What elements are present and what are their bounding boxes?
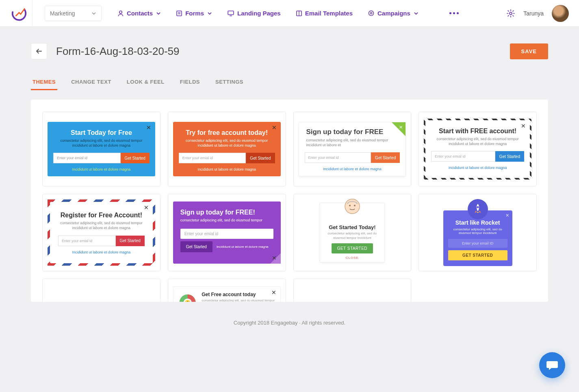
preview-button: GET STARTED xyxy=(448,250,507,260)
tab-settings[interactable]: SETTINGS xyxy=(214,75,245,90)
preview-button: GET STARTED xyxy=(332,243,373,253)
footer-text: Copyright 2018 Engagebay · All rights re… xyxy=(0,310,579,338)
preview-input: Enter your emial id xyxy=(53,153,121,163)
preview-button: Get Started xyxy=(121,153,150,163)
svg-rect-2 xyxy=(177,11,182,16)
theme-card[interactable]: ✕ Register for Free Account! consectetur… xyxy=(42,194,160,271)
campaigns-icon xyxy=(368,10,374,16)
preview-input: Enter your emial id xyxy=(58,236,116,246)
preview-heading: Sign up today for FREE! xyxy=(173,201,281,216)
page-title: Form-16-Aug-18-03-20-59 xyxy=(56,45,510,58)
preview-button: Get Started xyxy=(495,151,524,162)
preview-footer: Incididunt ut labore et dolore magna xyxy=(299,165,406,176)
person-icon xyxy=(344,198,360,214)
workspace-selected-label: Marketing xyxy=(50,10,75,17)
theme-card-empty[interactable] xyxy=(293,279,412,302)
close-icon: ✕ xyxy=(271,289,276,296)
nav-landing-pages[interactable]: Landing Pages xyxy=(228,10,281,17)
nav-label: Campaigns xyxy=(377,10,410,17)
nav-campaigns[interactable]: Campaigns xyxy=(368,10,419,17)
nav-label: Forms xyxy=(185,10,204,17)
nav-contacts[interactable]: Contacts xyxy=(118,10,161,17)
nav-email-templates[interactable]: Email Templates xyxy=(296,10,353,17)
preview-sidetext: Incididunt ut labore et dolore magna xyxy=(217,245,269,249)
svg-rect-5 xyxy=(228,11,234,15)
top-bar: Marketing Contacts Forms Landing Pages E… xyxy=(0,0,579,27)
preview-subtext: consectetur adipiscing elit, sed do eius… xyxy=(173,216,281,226)
svg-point-1 xyxy=(119,11,122,13)
preview-subtext: consectetur adipiscing elit, sed do eius… xyxy=(173,136,281,151)
user-name[interactable]: Tarunya xyxy=(523,10,544,17)
preview-input: Enter your emial id xyxy=(305,152,371,163)
theme-card[interactable]: Get Started Today! consectetur adipiscin… xyxy=(293,194,412,271)
preview-button: Get Started xyxy=(246,153,275,163)
theme-card[interactable]: Sign up today for FREE! consectetur adip… xyxy=(168,194,286,271)
nav-label: Landing Pages xyxy=(237,10,281,17)
preview-footer: Incididunt ut labore et dolore magna xyxy=(425,163,530,175)
layout-icon xyxy=(296,11,302,16)
close-icon: ✕ xyxy=(505,213,509,218)
theme-preview: ✕ Start with FREE account! consectetur a… xyxy=(425,120,530,178)
chevron-down-icon xyxy=(156,11,161,16)
theme-card[interactable]: ✕ Start like Rocket consectetur adipisci… xyxy=(419,194,537,271)
workspace-selector[interactable]: Marketing xyxy=(45,6,102,21)
chevron-down-icon xyxy=(91,11,96,16)
close-icon: ✕ xyxy=(272,124,277,131)
gear-icon[interactable] xyxy=(506,9,515,18)
theme-card[interactable]: ✕ Start with FREE account! consectetur a… xyxy=(419,112,537,186)
svg-point-15 xyxy=(477,206,479,208)
preview-footer: Incididunt ut labore et dolore magna xyxy=(48,165,155,176)
forms-icon xyxy=(176,11,182,16)
svg-text:$: $ xyxy=(186,301,189,302)
preview-subtext: consectetur adipiscing elit, sed do eius… xyxy=(299,136,406,151)
preview-close-text: CLOSE xyxy=(346,256,359,260)
theme-card[interactable]: ✕ $ Get Free account today consectetur a… xyxy=(168,279,286,302)
save-button[interactable]: SAVE xyxy=(510,43,548,59)
content-area: Form-16-Aug-18-03-20-59 SAVE THEMES CHAN… xyxy=(0,27,579,310)
tabs: THEMES CHANGE TEXT LOOK & FEEL FIELDS SE… xyxy=(31,75,548,91)
avatar[interactable] xyxy=(552,5,569,22)
svg-point-14 xyxy=(354,205,356,206)
svg-point-13 xyxy=(349,205,351,206)
svg-point-9 xyxy=(369,11,374,16)
preview-footer: Incididunt ut labore et dolore magna xyxy=(173,165,281,176)
theme-card[interactable]: ✕ Try for free account today! consectetu… xyxy=(168,112,286,186)
theme-preview: ✕ Start Today for Free consectetur adipi… xyxy=(48,122,155,176)
theme-card[interactable]: Sign up today for FREE consectetur adipi… xyxy=(293,112,412,186)
preview-heading: Try for free account today! xyxy=(173,122,281,136)
preview-heading: Sign up today for FREE xyxy=(299,122,406,136)
close-icon: ✕ xyxy=(144,204,149,211)
tab-look-feel[interactable]: LOOK & FEEL xyxy=(125,75,166,90)
tab-fields[interactable]: FIELDS xyxy=(178,75,202,90)
contacts-icon xyxy=(118,10,124,17)
preview-subtext: consectetur adipiscing elit, sed do eius… xyxy=(48,136,155,151)
close-icon: ✕ xyxy=(272,255,277,261)
chevron-down-icon xyxy=(414,11,419,16)
chevron-down-icon xyxy=(207,11,212,16)
svg-point-10 xyxy=(371,13,372,14)
tab-change-text[interactable]: CHANGE TEXT xyxy=(69,75,113,90)
preview-subtext: consectetur adipiscing elit, sed do eius… xyxy=(50,219,153,234)
preview-heading: Register for Free Account! xyxy=(50,204,153,219)
monitor-icon xyxy=(228,11,234,16)
theme-card[interactable]: Subscribe for Free consectetur adipiscin… xyxy=(42,279,160,302)
preview-subtext: consectetur adipiscing elit, sed do eius… xyxy=(425,135,530,149)
tab-themes[interactable]: THEMES xyxy=(31,75,57,90)
nav-forms[interactable]: Forms xyxy=(176,10,212,17)
preview-subtext: consectetur adipiscing elit, sed do eius… xyxy=(448,227,507,235)
nav-more[interactable] xyxy=(449,10,459,17)
divider xyxy=(32,0,33,27)
theme-preview: Get Started Today! consectetur adipiscin… xyxy=(299,203,406,262)
main-nav: Contacts Forms Landing Pages Email Templ… xyxy=(118,10,459,17)
back-button[interactable] xyxy=(31,43,47,59)
topbar-right: Tarunya xyxy=(506,5,569,22)
preview-input: Enter your emial id xyxy=(431,151,495,162)
rocket-icon xyxy=(468,199,488,219)
app-logo[interactable] xyxy=(10,4,28,22)
theme-card[interactable]: ✕ Start Today for Free consectetur adipi… xyxy=(42,112,160,186)
theme-preview: ✕ $ Get Free account today consectetur a… xyxy=(173,286,281,302)
preview-input: Enter your emial id xyxy=(180,229,273,239)
preview-input: Enter your emial id xyxy=(179,153,246,163)
nav-label: Email Templates xyxy=(305,10,353,17)
svg-point-11 xyxy=(510,12,512,15)
